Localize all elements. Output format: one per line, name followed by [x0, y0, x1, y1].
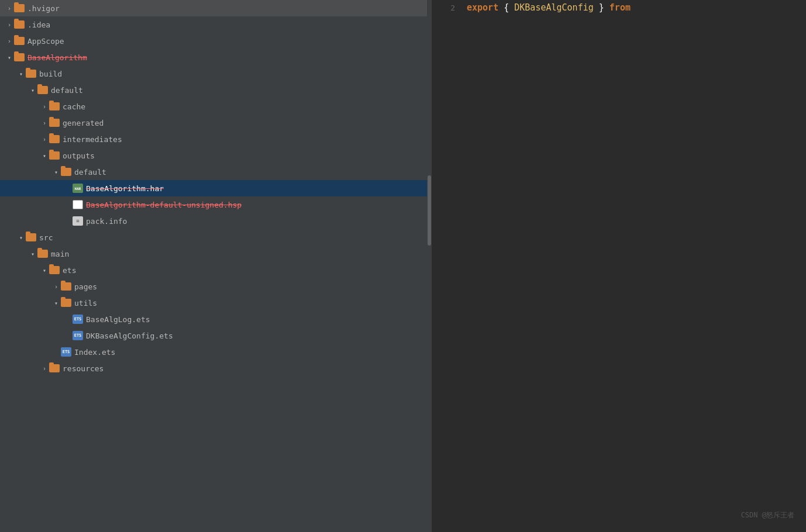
- arrow-cache: [40, 102, 49, 111]
- code-content-2: export { DKBaseAlgConfig } from: [467, 2, 631, 13]
- label-ets: ets: [63, 266, 76, 275]
- arrow-default1: [28, 85, 37, 95]
- arrow-basealgorithm: [5, 53, 14, 62]
- classname-dk: DKBaseAlgConfig: [514, 2, 593, 13]
- arrow-src: [16, 233, 26, 242]
- label-basealg-log: BaseAlgLog.ets: [86, 315, 150, 324]
- label-src: src: [39, 233, 53, 242]
- folder-icon-src: [26, 233, 36, 241]
- folder-icon-outputs: [49, 151, 60, 160]
- hsp-icon: [73, 200, 83, 209]
- tree-item-basealg-har[interactable]: HAR BaseAlgorithm.har: [0, 180, 427, 196]
- info-icon: ≡: [73, 216, 83, 226]
- folder-icon-default1: [37, 86, 48, 94]
- ets-icon-basealg-log: ETS: [73, 315, 83, 324]
- label-pack-info: pack.info: [86, 217, 127, 226]
- tree-item-default2[interactable]: default: [0, 164, 427, 180]
- tree-item-dk-config[interactable]: ETS DKBaseAlgConfig.ets: [0, 327, 427, 344]
- arrow-resources: [40, 364, 49, 373]
- tree-item-pack-info[interactable]: ≡ pack.info: [0, 213, 427, 229]
- keyword-export: export: [467, 2, 498, 13]
- folder-icon-idea: [14, 20, 25, 29]
- arrow-generated: [40, 118, 49, 127]
- arrow-utils: [51, 298, 61, 308]
- label-cache: cache: [63, 102, 85, 111]
- folder-icon-default2: [61, 168, 71, 176]
- tree-item-generated[interactable]: generated: [0, 115, 427, 131]
- keyword-from: from: [609, 2, 631, 13]
- label-resources: resources: [63, 364, 104, 373]
- arrow-hvigor: [5, 4, 14, 13]
- tree-item-basealgorithm[interactable]: BaseAlgorithm: [0, 49, 427, 65]
- folder-icon-generated: [49, 119, 60, 127]
- folder-icon-appscope: [14, 37, 25, 45]
- ets-icon-index: ETS: [61, 347, 71, 357]
- folder-icon-utils: [61, 299, 71, 307]
- arrow-build: [16, 69, 26, 78]
- brace-close: }: [599, 2, 604, 13]
- tree-item-pages[interactable]: pages: [0, 278, 427, 295]
- label-build: build: [39, 70, 62, 78]
- tree-item-idea[interactable]: .idea: [0, 16, 427, 33]
- tree-item-main[interactable]: main: [0, 246, 427, 262]
- label-default2: default: [74, 168, 106, 177]
- label-basealg-hsp: BaseAlgorithm-default-unsigned.hsp: [86, 201, 242, 209]
- ets-icon-dk-config: ETS: [73, 331, 83, 340]
- label-basealg-har: BaseAlgorithm.har: [86, 184, 164, 193]
- folder-icon-intermediates: [49, 135, 60, 143]
- arrow-idea: [5, 20, 14, 29]
- folder-icon-main: [37, 250, 48, 258]
- brace-open: {: [504, 2, 509, 13]
- tree-item-cache[interactable]: cache: [0, 98, 427, 115]
- label-basealgorithm: BaseAlgorithm: [27, 53, 87, 62]
- file-tree: .hvigor .idea AppScope BaseAlgorithm bui…: [0, 0, 427, 532]
- folder-icon-resources: [49, 364, 60, 372]
- tree-item-utils[interactable]: utils: [0, 295, 427, 311]
- tree-item-basealg-log[interactable]: ETS BaseAlgLog.ets: [0, 311, 427, 327]
- folder-icon-cache: [49, 102, 60, 110]
- label-pages: pages: [74, 282, 97, 291]
- tree-item-default1[interactable]: default: [0, 82, 427, 98]
- label-dk-config: DKBaseAlgConfig.ets: [86, 331, 173, 340]
- folder-icon-pages: [61, 282, 71, 291]
- line-number-2: 2: [438, 4, 455, 12]
- arrow-main: [28, 249, 37, 258]
- label-intermediates: intermediates: [63, 135, 122, 144]
- tree-item-appscope[interactable]: AppScope: [0, 33, 427, 49]
- tree-item-outputs[interactable]: outputs: [0, 147, 427, 164]
- tree-item-build[interactable]: build: [0, 65, 427, 82]
- watermark-text: CSDN @怒斥王者: [741, 511, 794, 519]
- arrow-ets: [40, 265, 49, 275]
- label-outputs: outputs: [63, 151, 95, 160]
- arrow-pages: [51, 282, 61, 291]
- scrollbar[interactable]: [427, 0, 432, 532]
- arrow-outputs: [40, 151, 49, 160]
- tree-item-resources[interactable]: resources: [0, 360, 427, 376]
- folder-icon-hvigor: [14, 4, 25, 12]
- tree-item-src[interactable]: src: [0, 229, 427, 246]
- folder-icon-basealgorithm: [14, 53, 25, 61]
- arrow-appscope: [5, 36, 14, 46]
- label-idea: .idea: [27, 20, 50, 29]
- tree-item-hvigor[interactable]: .hvigor: [0, 0, 427, 16]
- label-main: main: [51, 250, 69, 258]
- arrow-default2: [51, 167, 61, 177]
- label-generated: generated: [63, 119, 104, 127]
- label-hvigor: .hvigor: [27, 4, 60, 13]
- label-index-ets: Index.ets: [74, 348, 115, 357]
- folder-icon-ets: [49, 266, 60, 274]
- code-editor: 2 export { DKBaseAlgConfig } from: [432, 0, 806, 532]
- code-line-2: 2 export { DKBaseAlgConfig } from: [432, 0, 806, 15]
- folder-icon-build: [26, 70, 36, 78]
- watermark: CSDN @怒斥王者: [741, 510, 794, 520]
- har-icon: HAR: [73, 184, 83, 193]
- tree-item-ets[interactable]: ets: [0, 262, 427, 278]
- arrow-intermediates: [40, 134, 49, 144]
- label-default1: default: [51, 86, 83, 95]
- label-appscope: AppScope: [27, 37, 64, 46]
- label-utils: utils: [74, 299, 97, 308]
- tree-item-basealg-hsp[interactable]: BaseAlgorithm-default-unsigned.hsp: [0, 196, 427, 213]
- tree-item-index-ets[interactable]: ETS Index.ets: [0, 344, 427, 360]
- scrollbar-thumb[interactable]: [428, 175, 431, 246]
- tree-item-intermediates[interactable]: intermediates: [0, 131, 427, 147]
